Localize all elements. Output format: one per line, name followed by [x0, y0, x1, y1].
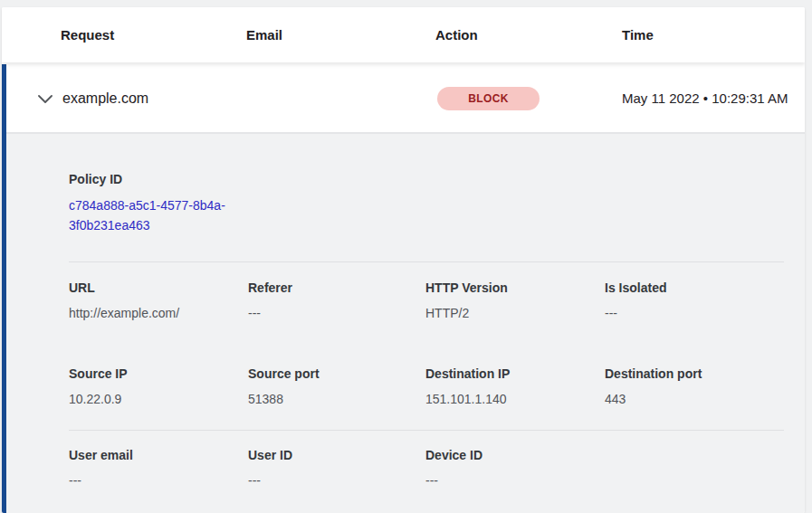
- section-divider: [69, 430, 784, 431]
- user-email-value: ---: [69, 471, 248, 489]
- details-section-network-info: Source IP 10.22.0.9 Source port 51388 De…: [69, 365, 784, 408]
- column-header-time: Time: [622, 27, 805, 43]
- details-section-user-info: User email --- User ID --- Device ID ---: [69, 446, 784, 489]
- is-isolated-field: Is Isolated ---: [605, 279, 784, 322]
- user-id-label: User ID: [248, 446, 425, 464]
- is-isolated-value: ---: [605, 304, 784, 322]
- source-ip-label: Source IP: [69, 365, 248, 383]
- section-divider: [69, 261, 784, 262]
- user-id-field: User ID ---: [248, 446, 425, 489]
- source-port-label: Source port: [248, 365, 425, 383]
- policy-id-field: Policy ID c784a888-a5c1-4577-8b4a-3f0b23…: [69, 170, 784, 235]
- user-email-label: User email: [69, 446, 248, 464]
- expanded-row-group: example.com BLOCK May 11 2022 • 10:29:31…: [2, 64, 805, 513]
- row-time-value: May 11 2022 • 10:29:31 AM: [622, 88, 794, 109]
- destination-ip-value: 151.101.1.140: [425, 390, 605, 408]
- http-version-field: HTTP Version HTTP/2: [425, 279, 605, 322]
- policy-id-link[interactable]: c784a888-a5c1-4577-8b4a-3f0b231ea463: [69, 195, 245, 235]
- user-id-value: ---: [248, 471, 425, 489]
- chevron-down-icon: [38, 90, 53, 107]
- column-header-action: Action: [435, 27, 622, 43]
- is-isolated-label: Is Isolated: [605, 279, 784, 297]
- url-label: URL: [69, 279, 248, 297]
- source-ip-value: 10.22.0.9: [69, 390, 248, 408]
- table-header: Request Email Action Time: [2, 7, 805, 62]
- user-email-field: User email ---: [69, 446, 248, 489]
- device-id-field: Device ID ---: [425, 446, 605, 489]
- destination-port-label: Destination port: [605, 365, 784, 383]
- action-block-badge: BLOCK: [437, 87, 540, 110]
- source-port-field: Source port 51388: [248, 365, 425, 408]
- details-section-request-info: URL http://example.com/ Referer --- HTTP…: [69, 279, 784, 322]
- url-value: http://example.com/: [69, 304, 248, 322]
- source-port-value: 51388: [248, 390, 425, 408]
- destination-ip-field: Destination IP 151.101.1.140: [425, 365, 605, 408]
- policy-id-label: Policy ID: [69, 170, 784, 188]
- referer-field: Referer ---: [248, 279, 425, 322]
- destination-ip-label: Destination IP: [425, 365, 605, 383]
- device-id-value: ---: [425, 471, 605, 489]
- destination-port-value: 443: [605, 390, 784, 408]
- column-header-email: Email: [246, 27, 435, 43]
- row-expand-toggle[interactable]: [6, 90, 62, 107]
- referer-label: Referer: [248, 279, 425, 297]
- row-details-panel: Policy ID c784a888-a5c1-4577-8b4a-3f0b23…: [6, 134, 805, 513]
- http-version-label: HTTP Version: [425, 279, 605, 297]
- referer-value: ---: [248, 304, 425, 322]
- destination-port-field: Destination port 443: [605, 365, 784, 408]
- row-action-cell: BLOCK: [437, 87, 622, 110]
- source-ip-field: Source IP 10.22.0.9: [69, 365, 248, 408]
- log-row[interactable]: example.com BLOCK May 11 2022 • 10:29:31…: [6, 64, 805, 134]
- column-header-request: Request: [61, 27, 246, 43]
- http-version-value: HTTP/2: [425, 304, 605, 322]
- log-table-card: Request Email Action Time example.com BL…: [2, 7, 805, 513]
- device-id-label: Device ID: [425, 446, 605, 464]
- url-field: URL http://example.com/: [69, 279, 248, 322]
- page-background: Request Email Action Time example.com BL…: [0, 0, 812, 513]
- row-request-value: example.com: [62, 90, 245, 107]
